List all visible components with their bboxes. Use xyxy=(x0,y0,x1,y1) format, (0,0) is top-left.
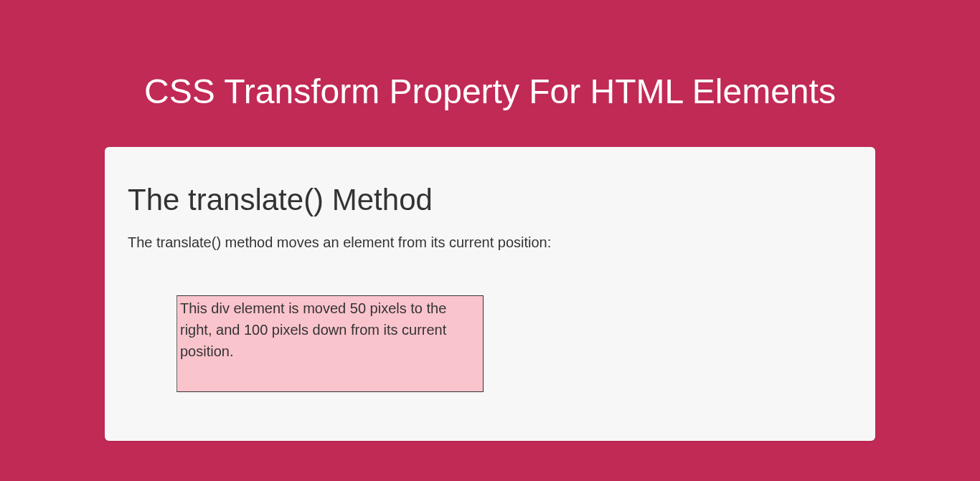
section-heading: The translate() Method xyxy=(128,183,852,217)
section-description: The translate() method moves an element … xyxy=(128,234,852,251)
content-card: The translate() Method The translate() m… xyxy=(105,147,875,441)
page-title: CSS Transform Property For HTML Elements xyxy=(0,0,980,147)
translate-demo-box: This div element is moved 50 pixels to t… xyxy=(176,295,484,392)
